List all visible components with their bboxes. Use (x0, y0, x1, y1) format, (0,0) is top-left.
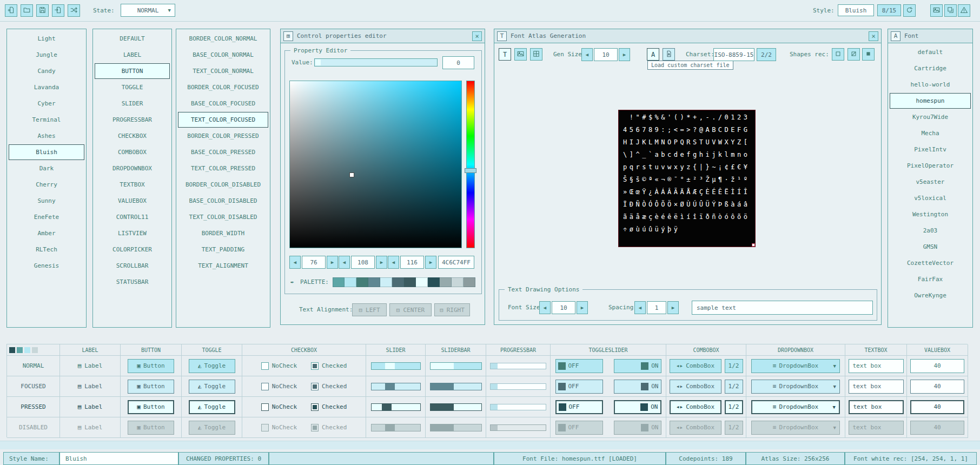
blue-decrement-button[interactable]: ◀ (388, 256, 399, 269)
value-slider[interactable] (314, 58, 438, 67)
slider-handle[interactable] (385, 363, 395, 369)
font-item[interactable]: OwreKynge (890, 288, 971, 303)
slider-control[interactable] (371, 362, 421, 370)
toggleslider-knob[interactable] (641, 383, 648, 390)
color-picker-panel[interactable] (289, 81, 462, 248)
randomize-style-button[interactable] (68, 4, 80, 17)
close-icon[interactable]: × (869, 31, 878, 41)
blue-increment-button[interactable]: ▶ (425, 256, 436, 269)
sliderbar-control[interactable] (430, 362, 482, 370)
checkbox-box[interactable] (261, 403, 269, 411)
hue-bar[interactable] (466, 81, 475, 248)
export-style-button[interactable] (52, 4, 64, 17)
textbox-control[interactable]: text box (849, 400, 904, 414)
font-item[interactable]: 2a03 (890, 223, 971, 238)
checkbox-box[interactable] (311, 362, 319, 370)
slider-control[interactable] (371, 383, 421, 390)
font-item[interactable]: GMSN (890, 239, 971, 255)
red-value-box[interactable]: 76 (302, 256, 326, 269)
font-size-increment-button[interactable]: ▶ (577, 301, 588, 314)
align-center-button[interactable]: ⊟ CENTER (389, 303, 432, 316)
property-item[interactable]: BASE_COLOR_PRESSED (178, 144, 268, 160)
palette-swatch[interactable] (333, 277, 345, 287)
toggleslider-off[interactable]: OFF (555, 400, 603, 414)
charset-pages-box[interactable]: 2/2 (757, 48, 776, 61)
toggleslider-off[interactable]: OFF (555, 380, 603, 394)
control-item[interactable]: LABEL (95, 47, 170, 63)
combobox-counter[interactable]: 1/2 (725, 359, 743, 373)
toggleslider-knob[interactable] (641, 362, 648, 370)
style-item[interactable]: EneFete (9, 209, 84, 225)
style-name-dropdown[interactable]: Bluish (838, 4, 874, 16)
font-list-titlebar[interactable]: A Font (888, 29, 972, 43)
shapes-rec-slash-button[interactable] (847, 48, 860, 61)
properties-editor-titlebar[interactable]: ⊞ Control properties editor × (281, 29, 485, 43)
property-item[interactable]: BORDER_COLOR_PRESSED (178, 128, 268, 144)
control-item[interactable]: STATUSBAR (95, 274, 170, 290)
green-value-box[interactable]: 108 (351, 256, 375, 269)
style-item[interactable]: Sunny (9, 193, 84, 209)
font-item[interactable]: PixelIntv (890, 142, 971, 157)
palette-swatch[interactable] (345, 277, 356, 287)
shapes-rec-fill-button[interactable] (862, 48, 875, 61)
font-item[interactable]: Cartridge (890, 61, 971, 76)
valuebox-control[interactable]: 40 (910, 359, 964, 373)
control-item[interactable]: VALUEBOX (95, 193, 170, 209)
value-slider-handle[interactable] (315, 59, 321, 65)
toggleslider-knob[interactable] (640, 403, 648, 411)
sliderbar-control[interactable] (430, 383, 482, 390)
checkbox-box[interactable] (311, 403, 319, 411)
palette-swatch[interactable] (368, 277, 380, 287)
property-item-selected[interactable]: TEXT_COLOR_FOCUSED (178, 112, 268, 128)
font-size-decrement-button[interactable]: ◀ (539, 301, 551, 314)
state-dropdown[interactable]: NORMAL ▼ (121, 4, 175, 17)
toggleslider-knob[interactable] (558, 362, 566, 370)
control-item[interactable]: LISTVIEW (95, 225, 170, 241)
property-item[interactable]: BORDER_COLOR_FOCUSED (178, 79, 268, 95)
toggleslider-knob[interactable] (559, 403, 566, 411)
hue-bar-cursor[interactable] (465, 168, 476, 173)
close-icon[interactable]: × (472, 31, 482, 41)
palette-swatch[interactable] (416, 277, 428, 287)
palette-swatch[interactable] (463, 277, 475, 287)
charset-value-box[interactable]: ISO-8859-15 (713, 48, 754, 61)
atlas-image-button[interactable] (514, 48, 527, 61)
font-item[interactable]: Kyrou7Wide (890, 109, 971, 125)
control-item[interactable]: SLIDER (95, 96, 170, 111)
control-item[interactable]: PROGRESSBAR (95, 112, 170, 128)
combobox-control[interactable]: ◂▸ComboBox (670, 359, 721, 373)
toggle-control[interactable]: ◭Toggle (189, 400, 235, 414)
font-size-value-box[interactable]: 10 (552, 301, 575, 314)
button-control[interactable]: ▣Button (128, 380, 174, 394)
control-item[interactable]: DROPDOWNBOX (95, 161, 170, 176)
red-decrement-button[interactable]: ◀ (289, 256, 301, 269)
checkbox-checked[interactable]: Checked (311, 403, 347, 411)
control-item[interactable]: CONTROL11 (95, 209, 170, 225)
property-item[interactable]: BASE_COLOR_DISABLED (178, 193, 268, 209)
slider-handle[interactable] (382, 404, 392, 410)
font-item[interactable]: default (890, 44, 971, 60)
palette-swatch[interactable] (380, 277, 392, 287)
red-increment-button[interactable]: ▶ (327, 256, 338, 269)
palette-swatch[interactable] (356, 277, 368, 287)
export-image-button[interactable] (930, 4, 943, 17)
property-item[interactable]: TEXT_ALIGNMENT (178, 258, 268, 274)
toggle-control[interactable]: ◭Toggle (189, 359, 235, 373)
font-item[interactable]: v5easter (890, 174, 971, 190)
font-item[interactable]: FairFax (890, 271, 971, 287)
combobox-control[interactable]: ◂▸ComboBox (670, 380, 721, 394)
checkbox-unchecked[interactable]: NoCheck (261, 403, 297, 411)
property-item[interactable]: TEXT_COLOR_PRESSED (178, 161, 268, 176)
style-item[interactable]: Terminal (9, 112, 84, 128)
property-item[interactable]: BORDER_WIDTH (178, 225, 268, 241)
checkbox-checked[interactable]: Checked (311, 362, 347, 370)
control-item[interactable]: COMBOBOX (95, 144, 170, 160)
property-item[interactable]: BORDER_COLOR_DISABLED (178, 177, 268, 192)
property-item[interactable]: TEXT_COLOR_NORMAL (178, 63, 268, 79)
style-item[interactable]: Ashes (9, 128, 84, 144)
gen-size-increment-button[interactable]: ▶ (619, 48, 630, 61)
hex-value-box[interactable]: 4C6C74FF (438, 256, 474, 269)
valuebox-control[interactable]: 40 (910, 380, 964, 394)
palette-swatch[interactable] (452, 277, 463, 287)
gen-size-value-box[interactable]: 10 (594, 48, 618, 61)
